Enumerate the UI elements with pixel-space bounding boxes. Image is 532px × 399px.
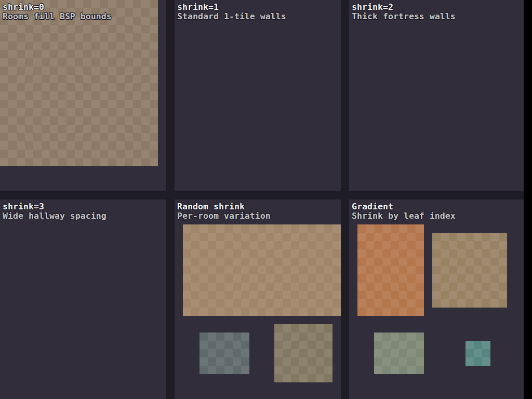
panel-title: shrink=1 — [177, 3, 286, 12]
panel-shrink-1: shrink=1 Standard 1-tile walls — [175, 0, 341, 191]
panel-header: shrink=1 Standard 1-tile walls — [177, 3, 286, 21]
panel-grid: shrink=0 Rooms fill BSP bounds shrink=1 … — [0, 0, 524, 399]
panel-header: shrink=2 Thick fortress walls — [352, 3, 456, 21]
panel-shrink-2: shrink=2 Thick fortress walls — [349, 0, 524, 191]
bsp-shrink-demo-screen: shrink=0 Rooms fill BSP bounds shrink=1 … — [0, 0, 532, 399]
panel-title: shrink=0 — [3, 3, 112, 12]
panel-header: Gradient Shrink by leaf index — [352, 202, 456, 221]
panel-header: Random shrink Per-room variation — [177, 202, 271, 221]
panel-title: shrink=3 — [3, 202, 107, 211]
panel-title: Random shrink — [177, 202, 271, 211]
panel-title: shrink=2 — [352, 3, 456, 12]
dungeon-room — [274, 324, 332, 382]
panel-title: Gradient — [352, 202, 456, 211]
panel-subtitle: Wide hallway spacing — [3, 211, 107, 221]
panel-subtitle: Thick fortress walls — [352, 12, 456, 21]
dungeon-room — [432, 233, 507, 308]
panel-gradient: Gradient Shrink by leaf index — [349, 200, 524, 399]
panel-subtitle: Per-room variation — [177, 211, 271, 221]
dungeon-room — [200, 332, 249, 374]
panel-subtitle: Shrink by leaf index — [352, 211, 456, 221]
panel-random-shrink: Random shrink Per-room variation — [175, 200, 341, 399]
dungeon-room — [357, 224, 424, 316]
dungeon-room — [183, 224, 341, 316]
dungeon-room — [374, 332, 424, 374]
panel-shrink-0: shrink=0 Rooms fill BSP bounds — [0, 0, 166, 191]
panel-subtitle: Standard 1-tile walls — [177, 12, 286, 21]
panel-shrink-3: shrink=3 Wide hallway spacing — [0, 200, 166, 399]
dungeon-room — [466, 341, 490, 366]
panel-header: shrink=3 Wide hallway spacing — [3, 202, 107, 221]
dungeon-room — [0, 0, 158, 166]
screen-edge — [524, 0, 532, 399]
panel-header: shrink=0 Rooms fill BSP bounds — [3, 3, 112, 21]
panel-subtitle: Rooms fill BSP bounds — [3, 12, 112, 21]
